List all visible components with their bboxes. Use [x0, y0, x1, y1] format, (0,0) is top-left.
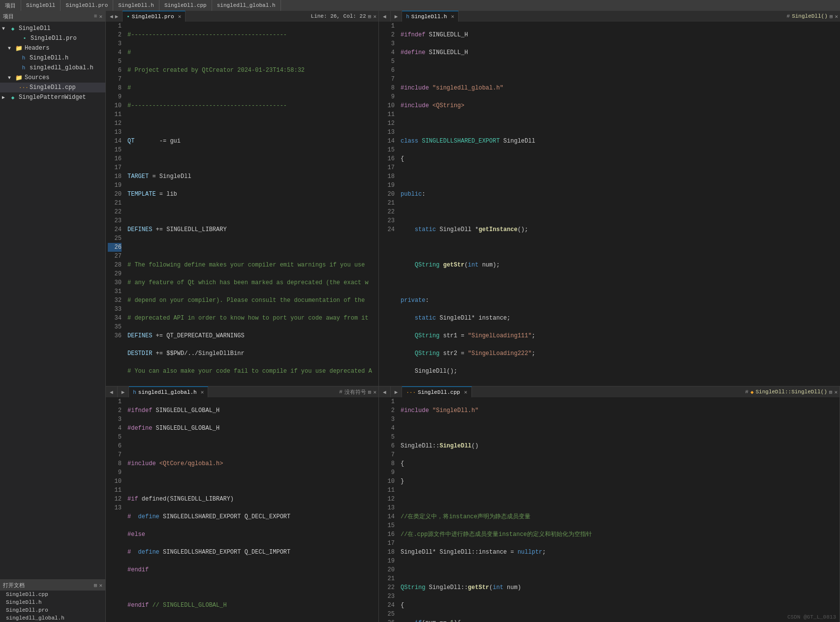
topbar-global[interactable]: singledll_global.h [212, 0, 281, 11]
cpp-split-icon[interactable]: ⊞ [829, 389, 833, 395]
filter-icon[interactable]: ≡ [94, 13, 97, 20]
global-h-tab-bar: ◀ ▶ h singledll_global.h ✕ # 没有符号 ⊞ ✕ [106, 386, 378, 397]
h-code-area[interactable]: 12345 678910 1112131415 1617181920 21222… [379, 22, 840, 386]
pro-tab-inactive[interactable]: ◀ ▶ [106, 11, 123, 22]
cpp-nav-left[interactable]: ◀ [379, 386, 391, 397]
cpp-nav-right[interactable]: ▶ [391, 386, 403, 397]
pro-tab-icons: Line: 26, Col: 22 ⊞ ✕ [309, 13, 378, 20]
open-files-title: 打开文档 [3, 582, 25, 589]
pro-close-icon[interactable]: ✕ [373, 13, 376, 20]
cpp-function-label: SingleDll::SingleDll() [756, 389, 827, 395]
h-file-icon2: h [20, 64, 28, 72]
tree-item-singledll-root[interactable]: ▼ ◆ SingleDll [0, 24, 105, 33]
pro-split-icon[interactable]: ⊞ [368, 13, 372, 20]
tree-label-singledll: SingleDll [19, 25, 51, 32]
cpp-tab-close[interactable]: ✕ [464, 389, 467, 395]
global-h-tab-close[interactable]: ✕ [201, 389, 204, 395]
cpp-tab-icons: # ◆ SingleDll::SingleDll() ⊞ ✕ [743, 389, 840, 395]
split-icon[interactable]: ⊞ [94, 582, 97, 589]
cpp-file-icon: ··· [20, 84, 28, 91]
open-files-section: 打开文档 ⊞ ✕ SingleDll.cpp SingleDll.h Singl… [0, 579, 105, 622]
global-h-code-area[interactable]: 12345 678910 111213 #ifndef SINGLEDLL_GL… [106, 397, 378, 622]
h-hash-icon: # [787, 13, 790, 19]
cpp-scrollbar[interactable] [835, 397, 840, 622]
cpp-tab-bar: ◀ ▶ ··· SingleDll.cpp ✕ # ◆ SingleDll::S… [379, 386, 840, 397]
global-h-split-icon[interactable]: ⊞ [368, 389, 372, 395]
left-panel: 项目 ≡ ✕ ▼ ◆ SingleDll ▪ SingleDll.pro ▼ [0, 11, 106, 622]
pro-tab-close[interactable]: ✕ [178, 13, 182, 20]
h-tab-nav-left[interactable]: ◀ [379, 11, 391, 22]
open-file-singledll-h[interactable]: SingleDll.h [0, 598, 105, 606]
cpp-code-content: #include "SingleDll.h" SingleDll::Single… [399, 397, 835, 622]
h-tab-nav-right[interactable]: ▶ [391, 11, 403, 22]
project-panel-header: 项目 ≡ ✕ [0, 11, 105, 22]
tree-item-singledll-cpp[interactable]: ··· SingleDll.cpp [0, 83, 105, 92]
pro-tab-bar: ◀ ▶ ▪ SingleDll.pro ✕ Line: 26, Col: 22 … [106, 11, 378, 22]
topbar-singledll[interactable]: SingleDll [21, 0, 61, 11]
right-panels: ◀ ▶ h SingleDll.h ✕ # SingleDll() ⊞ ✕ [379, 11, 840, 386]
tree-label-spw: SinglePatternWidget [19, 94, 86, 101]
cpp-hash-icon: # [745, 389, 748, 395]
h-split-icon[interactable]: ⊞ [830, 13, 833, 20]
topbar-cpp[interactable]: SingleDll.cpp [159, 0, 212, 11]
pro-line-numbers: 12345 678910 1112131415 1617181920 21222… [106, 22, 125, 386]
global-h-nav-left[interactable]: ◀ [106, 386, 118, 397]
cpp-code-area[interactable]: 12345 678910 1112131415 1617181920 21222… [379, 397, 840, 622]
global-h-symbol-label: 没有符号 [344, 388, 366, 396]
topbar-pro[interactable]: SingleDll.pro [61, 0, 113, 11]
global-h-nav-right[interactable]: ▶ [118, 386, 129, 397]
h-tab-icons: # SingleDll() ⊞ ✕ [785, 13, 840, 20]
h-line-numbers: 12345 678910 1112131415 1617181920 21222… [379, 22, 399, 386]
global-h-editor-pane: ◀ ▶ h singledll_global.h ✕ # 没有符号 ⊞ ✕ [106, 386, 379, 622]
cpp-file-icon: ··· [406, 389, 416, 395]
pro-tab-arrow-left[interactable]: ◀ [110, 13, 113, 20]
tree-label-singledll-h: SingleDll.h [30, 55, 68, 61]
open-file-global-h[interactable]: singledll_global.h [0, 614, 105, 622]
cpp-line-numbers: 12345 678910 1112131415 1617181920 21222… [379, 397, 399, 622]
global-h-close-icon[interactable]: ✕ [373, 389, 376, 395]
tree-label-sources: Sources [25, 74, 49, 81]
cpp-tab-label: SingleDll.cpp [418, 389, 460, 395]
h-tab[interactable]: h SingleDll.h ✕ [402, 11, 459, 22]
open-file-singledll-cpp[interactable]: SingleDll.cpp [0, 591, 105, 598]
h-close-icon[interactable]: ✕ [835, 13, 838, 20]
topbar-h[interactable]: SingleDll.h [113, 0, 159, 11]
pro-file-icon: ▪ [21, 34, 29, 42]
panel-header-icons: ≡ ✕ [94, 13, 102, 20]
pro-code-content: #---------------------------------------… [125, 22, 373, 386]
pro-scrollbar[interactable] [373, 22, 378, 386]
tree-item-sources[interactable]: ▼ 📁 Sources [0, 73, 105, 83]
h-function-label: SingleDll() [792, 13, 828, 19]
pro-tab[interactable]: ▪ SingleDll.pro ✕ [123, 11, 186, 22]
global-h-tab-icons: # 没有符号 ⊞ ✕ [337, 388, 378, 396]
tree-label-headers: Headers [25, 45, 49, 52]
h-file-icon: h [20, 54, 28, 62]
open-file-singledll-pro[interactable]: SingleDll.pro [0, 606, 105, 614]
close-panel-icon[interactable]: ✕ [99, 13, 102, 20]
spw-arrow: ▶ [2, 94, 8, 100]
cpp-tab[interactable]: ··· SingleDll.cpp ✕ [402, 386, 471, 397]
tree-item-headers[interactable]: ▼ 📁 Headers [0, 43, 105, 53]
global-h-line-numbers: 12345 678910 111213 [106, 397, 125, 622]
headers-arrow: ▼ [8, 46, 14, 51]
tree-item-singledll-pro[interactable]: ▪ SingleDll.pro [0, 33, 105, 43]
pro-status: Line: 26, Col: 22 [311, 13, 366, 19]
cpp-close-icon[interactable]: ✕ [834, 389, 838, 395]
h-tab-close[interactable]: ✕ [451, 13, 454, 20]
editors-top-row: ◀ ▶ ▪ SingleDll.pro ✕ Line: 26, Col: 22 … [106, 11, 840, 386]
h-scrollbar[interactable] [835, 22, 840, 386]
global-h-scrollbar[interactable] [373, 397, 378, 622]
pro-code-area[interactable]: 12345 678910 1112131415 1617181920 21222… [106, 22, 378, 386]
global-h-tab[interactable]: h singledll_global.h ✕ [129, 386, 208, 397]
top-bar: 项目 SingleDll SingleDll.pro SingleDll.h S… [0, 0, 840, 11]
tree-item-singledll-h[interactable]: h SingleDll.h [0, 53, 105, 63]
spw-icon: ◆ [9, 93, 17, 101]
tree-item-singlepatternwidget[interactable]: ▶ ◆ SinglePatternWidget [0, 92, 105, 102]
tree-item-global-h[interactable]: h singledll_global.h [0, 63, 105, 73]
pro-tab-arrow-right[interactable]: ▶ [115, 13, 119, 20]
h-file-tab-icon: h [406, 14, 409, 20]
topbar-project[interactable]: 项目 [0, 0, 21, 11]
project-tree: ▼ ◆ SingleDll ▪ SingleDll.pro ▼ 📁 Header… [0, 22, 105, 579]
close-all-icon[interactable]: ✕ [99, 582, 102, 589]
tree-label-pro: SingleDll.pro [31, 35, 77, 42]
